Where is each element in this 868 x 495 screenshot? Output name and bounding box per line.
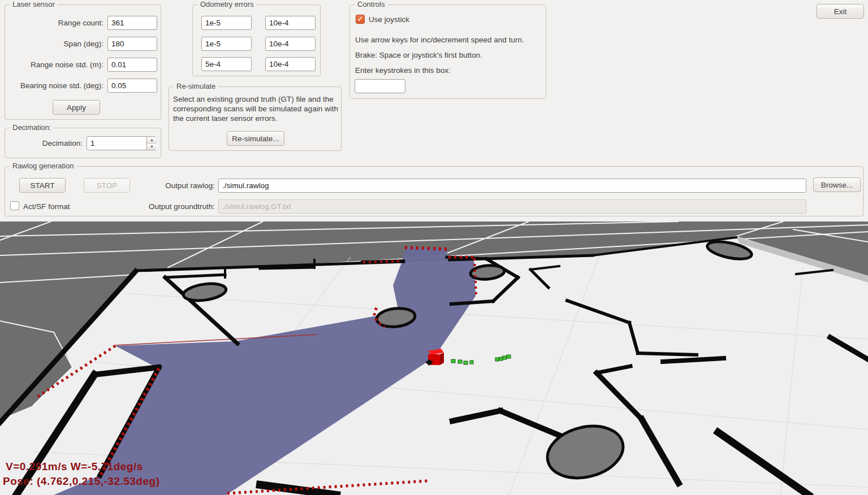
odometry-errors-legend: Odometry errors xyxy=(197,0,257,8)
controls-help-line1: Use arrow keys for inc/decrement speed a… xyxy=(355,33,524,47)
odometry-error-input-0-1[interactable] xyxy=(265,16,316,30)
odometry-error-input-2-0[interactable] xyxy=(201,57,252,71)
laser-sensor-group: Laser sensor Range count: Span (deg): Ra… xyxy=(5,5,161,120)
hud-pose-text: Pose: (4.762,0.215,-32.53deg) xyxy=(3,475,159,487)
output-groundtruth-label: Output groundtruth: xyxy=(101,199,215,214)
laser-sensor-legend: Laser sensor xyxy=(10,0,58,8)
bearing-noise-input[interactable] xyxy=(107,79,157,93)
use-joystick-label: Use joystick xyxy=(369,12,409,27)
resimulate-description: Select an existing ground truth (GT) fil… xyxy=(173,94,339,123)
actsf-format-label: Act/SF format xyxy=(23,199,70,214)
resimulate-group: Re-simulate Select an existing ground tr… xyxy=(169,86,342,151)
span-input[interactable] xyxy=(107,37,157,51)
hud-velocity-text: V=0.291m/s W=-5.71deg/s xyxy=(6,461,143,472)
keystroke-input[interactable] xyxy=(355,79,405,93)
controls-legend: Controls xyxy=(355,0,387,8)
odometry-error-input-2-1[interactable] xyxy=(265,57,316,71)
range-count-input[interactable] xyxy=(107,16,157,30)
exit-button[interactable]: Exit xyxy=(817,4,864,19)
range-noise-input[interactable] xyxy=(107,58,157,72)
span-label: Span (deg): xyxy=(5,37,103,51)
spin-down-icon[interactable]: ▼ xyxy=(147,144,157,150)
controls-help-line2: Brake: Space or joystick's first button. xyxy=(355,48,482,62)
odometry-errors-group: Odometry errors xyxy=(192,5,321,76)
start-button[interactable]: START xyxy=(19,178,66,193)
output-rawlog-input[interactable] xyxy=(218,179,806,193)
range-noise-label: Range noise std. (m): xyxy=(5,58,103,72)
odometry-error-input-1-0[interactable] xyxy=(201,37,252,51)
resimulate-button[interactable]: Re-simulate... xyxy=(227,131,284,146)
output-rawlog-label: Output rawlog: xyxy=(101,179,215,193)
apply-button[interactable]: Apply xyxy=(53,100,100,115)
range-count-label: Range count: xyxy=(5,16,103,30)
decimation-group: Decimation: Decimation: ▲ ▼ xyxy=(5,128,161,158)
decimation-label: Decimation: xyxy=(5,136,83,150)
spin-up-icon[interactable]: ▲ xyxy=(147,137,157,144)
rawlog-generation-legend: Rawlog generation xyxy=(10,162,76,170)
actsf-format-checkbox[interactable] xyxy=(10,201,19,210)
output-groundtruth-input xyxy=(218,199,806,214)
browse-button[interactable]: Browse... xyxy=(813,177,861,192)
decimation-spinner[interactable]: ▲ ▼ xyxy=(146,137,157,150)
use-joystick-checkbox[interactable]: ✓ xyxy=(356,15,365,24)
odometry-error-input-1-1[interactable] xyxy=(265,37,316,51)
bearing-noise-label: Bearing noise std. (deg): xyxy=(5,79,103,93)
simulation-3d-viewport[interactable]: V=0.291m/s W=-5.71deg/s Pose: (4.762,0.2… xyxy=(0,222,868,495)
resimulate-legend: Re-simulate xyxy=(174,82,218,90)
rawlog-generation-group: Rawlog generation START STOP Output rawl… xyxy=(5,166,863,216)
controls-group: Controls ✓ Use joystick Use arrow keys f… xyxy=(349,5,546,99)
odometry-error-input-0-0[interactable] xyxy=(201,16,252,30)
decimation-legend: Decimation: xyxy=(10,123,54,132)
controls-help-line3: Enter keystrokes in this box: xyxy=(355,63,451,77)
